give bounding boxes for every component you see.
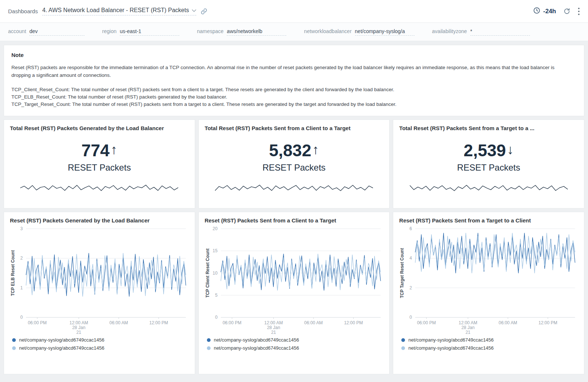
filter-label: region — [102, 28, 116, 34]
legend-item-series-2[interactable]: net/company-syslog/abcd6749ccac1456 — [12, 345, 189, 351]
chart-panels-row: Reset (RST) Packets Generated by the Loa… — [4, 212, 584, 374]
stat-body: 774 ↑ RESET Packets — [10, 131, 189, 203]
top-bar-right: -24h — [533, 7, 580, 16]
svg-text:TCP Client Reset Count: TCP Client Reset Count — [205, 249, 210, 298]
svg-text:2: 2 — [20, 256, 23, 261]
stat-value-row: 2,539 ↓ — [464, 142, 514, 159]
panel-title: Total Reset (RST) Packets Sent from a Cl… — [205, 125, 384, 131]
filter-value-input[interactable]: net/company-syslog/a — [355, 28, 415, 36]
chart-legend: net/company-syslog/abcd6749ccac1456 net/… — [205, 337, 384, 351]
svg-text:06:00 AM: 06:00 AM — [499, 320, 517, 325]
sparkline — [215, 183, 373, 193]
line-chart-elb-reset[interactable]: 012306:00 PM12:00 AM28 Jan2106:00 AM12:0… — [10, 225, 189, 336]
stat-value: 5,832 — [269, 142, 311, 159]
trend-up-icon: ↑ — [111, 143, 117, 156]
filter-namespace[interactable]: namespace aws/networkelb — [197, 28, 286, 36]
filter-networkloadbalancer[interactable]: networkloadbalancer net/company-syslog/a — [304, 28, 414, 36]
filter-value-input[interactable]: * — [470, 28, 530, 36]
filter-region[interactable]: region us-east-1 — [102, 28, 179, 36]
stat-unit: RESET Packets — [262, 163, 326, 173]
svg-text:0: 0 — [20, 315, 23, 320]
clock-icon — [533, 7, 540, 16]
legend-item-series-2[interactable]: net/company-syslog/abcd6749ccac1456 — [401, 345, 578, 351]
breadcrumb-dashboards[interactable]: Dashboards — [8, 8, 38, 14]
panel-title: Reset (RST) Packets Sent from a Target t… — [399, 217, 578, 224]
svg-text:12:00 AM28 Jan21: 12:00 AM28 Jan21 — [264, 320, 283, 335]
time-range-control[interactable]: -24h — [533, 7, 556, 16]
stat-value: 2,539 — [464, 142, 506, 159]
sparkline — [410, 183, 568, 193]
svg-text:06:00 AM: 06:00 AM — [110, 320, 128, 325]
legend-dot-dark — [12, 338, 16, 342]
legend-dot-light — [401, 346, 405, 350]
svg-text:TCP Target Reset Count: TCP Target Reset Count — [399, 248, 405, 298]
time-range-label: -24h — [543, 8, 556, 15]
legend-item-series-2[interactable]: net/company-syslog/abcd6749ccac1456 — [207, 345, 384, 351]
legend-label: net/company-syslog/abcd6749ccac1456 — [408, 345, 494, 351]
svg-text:4: 4 — [410, 256, 412, 261]
stat-value-row: 774 ↑ — [81, 142, 117, 159]
legend-label: net/company-syslog/abcd6749ccac1456 — [214, 345, 299, 351]
panel-title: Total Reset (RST) Packets Sent from a Ta… — [399, 125, 578, 131]
kebab-menu-icon[interactable] — [578, 7, 580, 15]
filter-account[interactable]: account dev — [8, 28, 85, 36]
svg-text:12:00 AM28 Jan21: 12:00 AM28 Jan21 — [459, 320, 477, 335]
refresh-icon[interactable] — [563, 8, 570, 15]
line-chart-target-reset[interactable]: 024606:00 PM12:00 AM28 Jan2106:00 AM12:0… — [399, 225, 578, 336]
chevron-down-icon — [192, 7, 196, 14]
svg-text:06:00 PM: 06:00 PM — [417, 320, 436, 325]
filter-value-input[interactable]: us-east-1 — [120, 28, 179, 36]
dashboard-title-selector[interactable]: 4. AWS Network Load Balancer - RESET (RS… — [42, 7, 196, 15]
line-chart-client-reset[interactable]: 0510152006:00 PM12:00 AM28 Jan2106:00 AM… — [205, 225, 384, 336]
share-link-icon[interactable] — [201, 8, 207, 15]
svg-text:06:00 AM: 06:00 AM — [304, 320, 323, 325]
stat-panel-lb-generated: Total Reset (RST) Packets Generated by t… — [4, 119, 195, 208]
panel-title: Total Reset (RST) Packets Generated by t… — [10, 125, 189, 131]
filter-bar: account dev region us-east-1 namespace a… — [0, 23, 588, 41]
filter-availabilityzone[interactable]: availabilityzone * — [432, 28, 530, 36]
legend-label: net/company-syslog/abcd6749ccac1456 — [408, 337, 494, 343]
svg-text:1: 1 — [20, 285, 23, 290]
filter-label: namespace — [197, 28, 223, 34]
note-intro: Reset (RST) packets are responsible for … — [11, 64, 574, 79]
top-bar: Dashboards 4. AWS Network Load Balancer … — [0, 0, 588, 23]
legend-item-series-1[interactable]: net/company-syslog/abcd6749ccac1456 — [12, 337, 189, 343]
legend-dot-dark — [207, 338, 211, 342]
svg-text:5: 5 — [215, 293, 218, 298]
svg-text:20: 20 — [212, 226, 218, 231]
note-panel: Note Reset (RST) packets are responsible… — [4, 45, 584, 116]
filter-value-input[interactable]: dev — [29, 28, 85, 36]
stat-unit: RESET Packets — [457, 163, 520, 173]
stat-panel-client-to-target: Total Reset (RST) Packets Sent from a Cl… — [198, 119, 390, 208]
svg-text:06:00 PM: 06:00 PM — [222, 320, 241, 325]
svg-text:12:00 AM28 Jan21: 12:00 AM28 Jan21 — [69, 320, 88, 335]
svg-text:3: 3 — [20, 226, 23, 231]
trend-up-icon: ↑ — [312, 143, 319, 156]
chart-legend: net/company-syslog/abcd6749ccac1456 net/… — [10, 337, 189, 351]
svg-text:0: 0 — [410, 315, 412, 320]
definition-tcp-client: TCP_Client_Reset_Count: The total number… — [11, 86, 577, 93]
legend-label: net/company-syslog/abcd6749ccac1456 — [19, 337, 104, 343]
legend-item-series-1[interactable]: net/company-syslog/abcd6749ccac1456 — [207, 337, 384, 343]
panel-title: Reset (RST) Packets Generated by the Loa… — [10, 217, 189, 224]
svg-text:2: 2 — [410, 285, 412, 290]
note-definitions: TCP_Client_Reset_Count: The total number… — [11, 86, 577, 108]
dashboard-content: Note Reset (RST) packets are responsible… — [0, 41, 588, 378]
chart-legend: net/company-syslog/abcd6749ccac1456 net/… — [399, 337, 578, 351]
svg-text:6: 6 — [410, 226, 412, 231]
svg-text:0: 0 — [215, 315, 218, 320]
svg-text:15: 15 — [212, 248, 218, 253]
svg-text:TCP ELB Reset Count: TCP ELB Reset Count — [10, 250, 15, 296]
stat-panel-target-to-client: Total Reset (RST) Packets Sent from a Ta… — [393, 119, 584, 208]
filter-label: networkloadbalancer — [304, 28, 351, 34]
stat-value: 774 — [81, 142, 110, 159]
stat-body: 5,832 ↑ RESET Packets — [205, 131, 384, 203]
chart-panel-lb-generated: Reset (RST) Packets Generated by the Loa… — [4, 212, 195, 374]
page-title: 4. AWS Network Load Balancer - RESET (RS… — [42, 7, 189, 14]
trend-down-icon: ↓ — [507, 143, 514, 156]
sparkline — [20, 183, 178, 193]
legend-item-series-1[interactable]: net/company-syslog/abcd6749ccac1456 — [401, 337, 578, 343]
filter-value-input[interactable]: aws/networkelb — [227, 28, 286, 36]
filter-label: account — [8, 28, 26, 34]
stat-value-row: 5,832 ↑ — [269, 142, 319, 159]
